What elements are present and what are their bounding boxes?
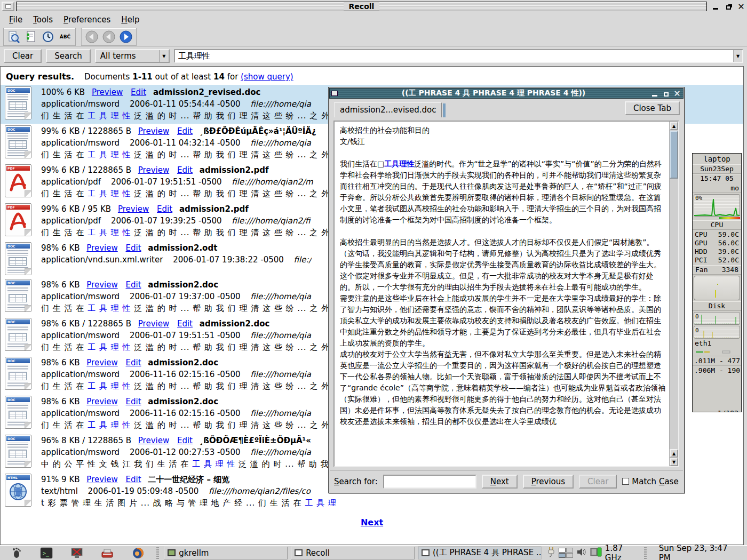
minimize-button[interactable]: [711, 2, 720, 11]
find-input[interactable]: [383, 475, 476, 489]
preview-link[interactable]: Preview: [86, 397, 117, 406]
cpu-header: CPU: [693, 220, 741, 230]
scrollbar-thumb[interactable]: [670, 131, 678, 179]
gnome-menu-icon[interactable]: [9, 547, 22, 559]
edit-link[interactable]: Edit: [126, 475, 141, 484]
task-gkrellm[interactable]: gkrellm: [164, 547, 288, 559]
terminal-launcher-icon[interactable]: >_: [39, 547, 53, 559]
history-clock-icon[interactable]: [41, 30, 55, 44]
result-url: file:///home/qian2/fi: [232, 216, 310, 226]
doc-file-icon: DOC: [5, 435, 31, 468]
firefox-launcher-icon[interactable]: [131, 547, 145, 559]
edit-link[interactable]: Edit: [126, 243, 141, 253]
preview-maximize-button[interactable]: [662, 89, 670, 98]
doc-paragraph-1: 我们生活在□工具理性泛滥的时代。作为“世之显学”的诸种以“事实”与“价值”的二分…: [340, 158, 665, 226]
taskbar-clock[interactable]: Sun Sep 23, 3:47 PM: [653, 543, 745, 560]
lock-screen-icon[interactable]: [70, 547, 84, 559]
spellcheck-icon[interactable]: ÅBĈ: [58, 30, 73, 44]
result-mimetype: application/msword: [41, 138, 120, 148]
nav-back-icon[interactable]: [101, 30, 116, 44]
gkrellm-monitor[interactable]: laptop Sun23Sep 15:47 05 mo 0% CPU CPU59…: [692, 153, 742, 412]
preview-document-text[interactable]: 高校招生的社会功能和目的 文/钱江 我们生活在□工具理性泛滥的时代。作为“世之显…: [333, 121, 679, 467]
titlebar-ridge[interactable]: Recoll: [16, 2, 707, 11]
update-index-icon[interactable]: [23, 30, 38, 44]
edit-link[interactable]: Edit: [177, 126, 193, 136]
edit-link[interactable]: Edit: [177, 165, 193, 175]
edit-link[interactable]: Edit: [126, 397, 141, 406]
volume-speaker-icon[interactable]: [576, 547, 587, 559]
task-recoll[interactable]: Recoll: [291, 547, 415, 559]
preview-link[interactable]: Preview: [138, 126, 169, 136]
preview-link[interactable]: Preview: [118, 204, 149, 214]
power-plug-icon[interactable]: [547, 546, 555, 560]
close-button[interactable]: ✕: [737, 2, 745, 11]
nav-forward-icon[interactable]: [118, 30, 133, 44]
preview-tab[interactable]: admission2...evised.doc: [334, 102, 442, 117]
menu-file[interactable]: File: [4, 14, 27, 26]
result-mimetype: application/msword: [41, 409, 120, 418]
result-snippet: 们 生 活 在 工 具 理 性 泛 滥 的 时 ... 帮 助 我 们 理 清 …: [41, 419, 341, 431]
edit-link[interactable]: Edit: [131, 87, 146, 97]
preview-link[interactable]: Preview: [86, 358, 117, 367]
preview-link[interactable]: Preview: [86, 280, 117, 290]
close-tab-button[interactable]: Close Tab: [625, 101, 680, 115]
result-url: file:/: [294, 255, 312, 265]
edit-link[interactable]: Edit: [177, 436, 193, 445]
window-menu-button[interactable]: [2, 2, 14, 11]
edit-link[interactable]: Edit: [157, 204, 172, 214]
cpufreq-applet-icon[interactable]: [590, 547, 602, 559]
maximize-button[interactable]: [724, 2, 733, 11]
find-next-button[interactable]: Next: [482, 475, 518, 489]
next-page-link[interactable]: Next: [361, 517, 383, 527]
scroll-down-icon[interactable]: ▼: [670, 458, 678, 466]
preview-link[interactable]: Preview: [86, 475, 117, 484]
scroll-up-icon[interactable]: ▲: [670, 122, 678, 130]
nav-first-icon[interactable]: [84, 30, 99, 44]
clear-button[interactable]: Clear: [4, 49, 42, 63]
menu-help[interactable]: Help: [116, 14, 144, 26]
preview-window-menu-button[interactable]: [331, 91, 338, 96]
preview-close-button[interactable]: ✕: [673, 89, 681, 98]
find-clear-button[interactable]: Clear: [579, 475, 617, 489]
menu-tools[interactable]: Tools: [28, 14, 58, 26]
clear-search-icon[interactable]: [6, 30, 21, 44]
recoll-task-icon: [295, 549, 303, 556]
edit-link[interactable]: Edit: [177, 319, 193, 329]
preview-titlebar[interactable]: ((工 PHRASE 4 具 PHRASE 4 理 PHRASE 4 性)) ✕: [329, 88, 684, 99]
result-mimetype: application/msword: [41, 292, 120, 301]
edit-link[interactable]: Edit: [126, 280, 141, 290]
result-title: admission2_revised.doc: [153, 87, 261, 97]
task-preview-phrase[interactable]: ((工 PHRASE 4 具 PHRASE ...: [418, 547, 542, 559]
preview-link[interactable]: Preview: [92, 87, 123, 97]
edit-link[interactable]: Edit: [126, 358, 141, 367]
workspace-pager[interactable]: [559, 548, 573, 558]
preview-minimize-button[interactable]: [650, 89, 659, 98]
taskbar-grip[interactable]: [156, 547, 159, 559]
preview-link[interactable]: Preview: [138, 436, 169, 445]
preview-link[interactable]: Preview: [138, 165, 169, 175]
search-mode-select[interactable]: All terms ▼: [95, 49, 170, 63]
preview-link[interactable]: Preview: [86, 243, 117, 253]
preview-scrollbar[interactable]: ▲ ▲ ▼: [669, 122, 678, 466]
search-button[interactable]: Search: [46, 49, 91, 63]
typewriter-launcher-icon[interactable]: [101, 547, 114, 559]
clock-grip[interactable]: [644, 547, 647, 559]
query-dropdown-icon[interactable]: ▼: [733, 50, 742, 62]
scroll-up2-icon[interactable]: ▲: [670, 449, 678, 458]
chevron-down-icon[interactable]: ▼: [159, 50, 169, 62]
result-title: admission2.odt: [148, 243, 217, 253]
result-date: 2006-01-11 04:32:14 -0500: [130, 138, 241, 148]
menu-preferences[interactable]: Preferences: [59, 14, 115, 26]
html-file-icon: HTML: [5, 474, 31, 507]
result-title: admission2.pdf: [179, 204, 249, 214]
preview-link[interactable]: Preview: [138, 319, 169, 329]
find-previous-button[interactable]: Previous: [523, 475, 574, 489]
snippet-highlight: 工 具 理 性: [192, 459, 235, 469]
match-case-checkbox[interactable]: Match Case: [622, 477, 678, 486]
result-date: 2006-01-07 19:38:22 -0500: [173, 255, 284, 265]
show-query-link[interactable]: (show query): [241, 72, 293, 82]
checkbox-icon[interactable]: [622, 478, 629, 485]
search-input[interactable]: [175, 51, 733, 61]
result-date: 2006-01-07 19:37:00 -0500: [130, 292, 241, 301]
doc-file-icon: DOC: [5, 242, 31, 275]
